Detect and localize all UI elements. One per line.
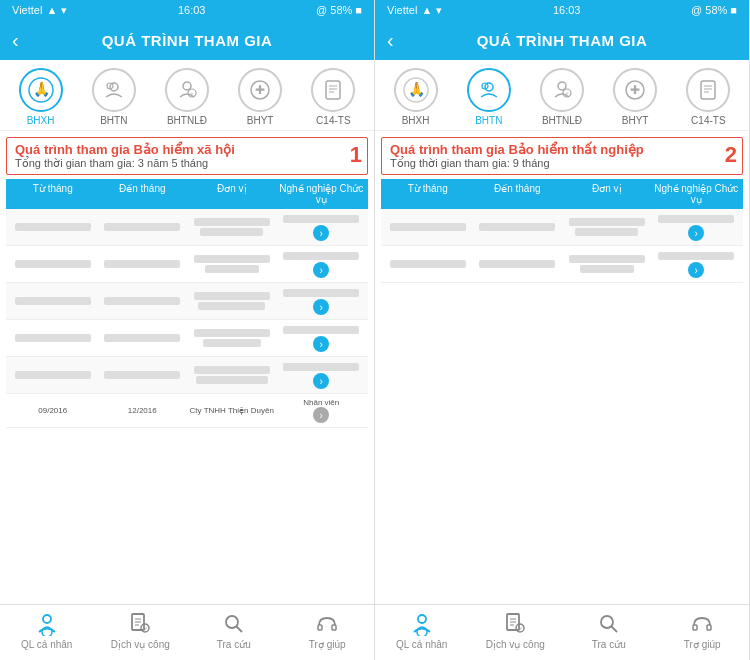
tab-icons-right: 🙏 BHXH BHTN + xyxy=(375,60,749,131)
td-from xyxy=(8,369,98,381)
th-to-right: Đến tháng xyxy=(473,183,563,205)
header-title-right: QUÁ TRÌNH THAM GIA xyxy=(477,32,648,49)
table-row: › xyxy=(6,357,368,394)
tab-bhtnld-circle-left: + xyxy=(165,68,209,112)
tab-c14ts-label-left: C14-TS xyxy=(316,115,350,126)
td-to xyxy=(98,369,188,381)
headset-icon-right xyxy=(689,611,715,637)
status-right-left: @ 58% ■ xyxy=(316,4,362,16)
tab-bhxh-left[interactable]: 🙏 BHXH xyxy=(11,68,71,126)
tab-bhxh-label-right: BHXH xyxy=(402,115,430,126)
tab-bhtnld-right[interactable]: + BHTNLĐ xyxy=(532,68,592,126)
section-header-left: Quá trình tham gia Bảo hiểm xã hội Tổng … xyxy=(6,137,368,175)
nav-tro-right[interactable]: Trợ giúp xyxy=(667,611,737,656)
td-to xyxy=(98,332,188,344)
svg-point-46 xyxy=(601,616,613,628)
bhxh-icon: 🙏 xyxy=(28,77,54,103)
nav-tra-label-left: Tra cứu xyxy=(217,639,251,650)
tab-c14ts-left[interactable]: C14-TS xyxy=(303,68,363,126)
nav-tra-right[interactable]: Tra cứu xyxy=(574,611,644,656)
td-job-r1: › xyxy=(652,213,742,241)
section-subtitle-right: Tổng thời gian tham gia: 9 tháng xyxy=(390,157,734,170)
td-from xyxy=(8,221,98,233)
svg-text:🙏: 🙏 xyxy=(407,81,425,98)
td-to-last: 12/2016 xyxy=(98,406,188,415)
tab-icons-left: 🙏 BHXH BHTN + xyxy=(0,60,374,131)
tab-bhtn-right[interactable]: BHTN xyxy=(459,68,519,126)
tab-bhyt-right[interactable]: ✚ BHYT xyxy=(605,68,665,126)
td-unit xyxy=(187,216,277,238)
back-button-left[interactable]: ‹ xyxy=(12,29,19,52)
svg-text:+: + xyxy=(191,90,194,96)
svg-text:🙏: 🙏 xyxy=(32,81,50,98)
bhyt-icon: ✚ xyxy=(247,77,273,103)
td-unit xyxy=(187,290,277,312)
section-title-left: Quá trình tham gia Bảo hiểm xã hội xyxy=(15,142,359,157)
td-job-last: Nhân viên › xyxy=(277,398,367,423)
nav-dv-right[interactable]: ✓ Dịch vụ công xyxy=(480,611,550,656)
nav-dv-label-right: Dịch vụ công xyxy=(486,639,545,650)
tab-bhxh-right[interactable]: 🙏 BHXH xyxy=(386,68,446,126)
header-right: ‹ QUÁ TRÌNH THAM GIA xyxy=(375,20,749,60)
tab-bhtn-circle-left xyxy=(92,68,136,112)
th-unit-left: Đơn vị xyxy=(187,183,277,205)
search-icon-right xyxy=(596,611,622,637)
nav-dv-left[interactable]: ✓ Dịch vụ công xyxy=(105,611,175,656)
c14ts-icon xyxy=(320,77,346,103)
status-left: Viettel ▲ ▾ xyxy=(12,4,67,17)
svg-point-21 xyxy=(226,616,238,628)
tab-bhyt-circle-left: ✚ xyxy=(238,68,282,112)
svg-text:+: + xyxy=(566,90,569,96)
td-to xyxy=(98,295,188,307)
svg-point-13 xyxy=(43,615,51,623)
table-header-left: Từ tháng Đến tháng Đơn vị Nghề nghiệp Ch… xyxy=(6,179,368,209)
bhtn-icon-right xyxy=(476,77,502,103)
nav-tra-label-right: Tra cứu xyxy=(592,639,626,650)
nav-ql-label-left: QL cá nhân xyxy=(21,639,72,650)
nav-tra-left[interactable]: Tra cứu xyxy=(199,611,269,656)
time-left: 16:03 xyxy=(178,4,206,16)
tab-c14ts-right[interactable]: C14-TS xyxy=(678,68,738,126)
status-right-right: @ 58% ■ xyxy=(691,4,737,16)
back-button-right[interactable]: ‹ xyxy=(387,29,394,52)
svg-rect-24 xyxy=(332,625,336,630)
td-to-r1 xyxy=(473,221,563,233)
doc-icon-left: ✓ xyxy=(127,611,153,637)
bottom-nav-left: QL cá nhân ✓ Dịch vụ công xyxy=(0,604,374,660)
table-header-right: Từ tháng Đến tháng Đơn vị Nghề nghiệp Ch… xyxy=(381,179,743,209)
tab-bhxh-circle-right: 🙏 xyxy=(394,68,438,112)
search-icon-left xyxy=(221,611,247,637)
svg-point-4 xyxy=(183,82,191,90)
status-bar-left: Viettel ▲ ▾ 16:03 @ 58% ■ xyxy=(0,0,374,20)
svg-text:✚: ✚ xyxy=(255,83,265,97)
svg-rect-34 xyxy=(701,81,715,99)
table-right: Từ tháng Đến tháng Đơn vị Nghề nghiệp Ch… xyxy=(381,179,743,604)
c14ts-icon-right xyxy=(695,77,721,103)
tab-bhtnld-left[interactable]: + BHTNLĐ xyxy=(157,68,217,126)
td-from-r1 xyxy=(383,221,473,233)
table-row: › xyxy=(6,209,368,246)
table-body-left: › › › › xyxy=(6,209,368,428)
section-header-right: Quá trình tham gia Bảo hiểm thất nghiệp … xyxy=(381,137,743,175)
tab-bhyt-left[interactable]: ✚ BHYT xyxy=(230,68,290,126)
td-from xyxy=(8,332,98,344)
carrier-right: Viettel xyxy=(387,4,417,16)
header-title-left: QUÁ TRÌNH THAM GIA xyxy=(102,32,273,49)
td-unit xyxy=(187,364,277,386)
bhtnld-icon-right: + xyxy=(549,77,575,103)
tab-bhtn-circle-right xyxy=(467,68,511,112)
bottom-nav-right: QL cá nhân ✓ Dịch vụ công xyxy=(375,604,749,660)
tab-bhtn-left[interactable]: BHTN xyxy=(84,68,144,126)
td-unit-r1 xyxy=(562,216,652,238)
nav-tro-left[interactable]: Trợ giúp xyxy=(292,611,362,656)
tab-bhtnld-label-left: BHTNLĐ xyxy=(167,115,207,126)
nav-ql-left[interactable]: QL cá nhân xyxy=(12,611,82,656)
td-unit xyxy=(187,253,277,275)
tab-bhtn-label-right: BHTN xyxy=(475,115,502,126)
th-unit-right: Đơn vị xyxy=(562,183,652,205)
badge-number-left: 1 xyxy=(350,142,362,168)
nav-ql-right[interactable]: QL cá nhân xyxy=(387,611,457,656)
td-job: › xyxy=(277,361,367,389)
td-from-last: 09/2016 xyxy=(8,406,98,415)
time-right: 16:03 xyxy=(553,4,581,16)
